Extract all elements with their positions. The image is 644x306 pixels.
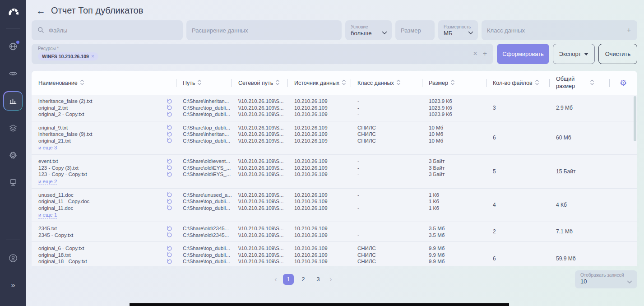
history-icon[interactable] [167, 138, 172, 144]
cell-total-size: 59.9 Мб [549, 245, 609, 266]
column-header-count[interactable]: Кол-во файлов [486, 79, 549, 87]
history-icon[interactable] [167, 252, 172, 259]
history-icon[interactable] [167, 171, 172, 178]
more-files-link[interactable]: и еще 2 [38, 179, 57, 185]
table-scrollbar[interactable] [634, 96, 636, 141]
net-path-value: \\10.210.26.109\S... [238, 131, 287, 138]
cell-actions [609, 125, 637, 152]
class-value: - [357, 198, 422, 205]
sidebar-item-settings[interactable] [5, 147, 21, 163]
sort-icon[interactable] [397, 79, 400, 87]
clear-button[interactable]: Очистить [598, 44, 637, 64]
sidebar-item-layers[interactable] [5, 120, 21, 136]
column-header-class[interactable]: Класс данных [351, 79, 422, 87]
sort-icon[interactable] [342, 79, 346, 87]
chip-remove-icon[interactable]: × [91, 53, 94, 60]
source-value: 10.210.26.109 [294, 158, 351, 165]
history-icon[interactable] [167, 198, 172, 205]
history-icon[interactable] [167, 158, 172, 165]
extension-field [186, 20, 342, 40]
cell-total-size: 60 Мб [549, 125, 609, 152]
sidebar-divider [6, 28, 20, 28]
table-row[interactable]: event.txt123 - Copy (3).txt123 - Copy - … [32, 154, 637, 188]
generate-button[interactable]: Сформировать [497, 44, 549, 64]
files-search-input[interactable] [32, 20, 183, 40]
more-files-link[interactable]: и еще 1 [38, 212, 57, 218]
history-icon[interactable] [167, 131, 172, 138]
cell-paths: C:\Share\inheritan...C:\Share\top_dubli.… [176, 98, 232, 118]
cell-sources: 10.210.26.10910.210.26.10910.210.26.109 [287, 125, 351, 152]
add-resource-icon[interactable]: + [483, 50, 487, 57]
eye-icon [9, 69, 18, 78]
sidebar-item-profile[interactable] [5, 250, 21, 266]
path-value: C:\Share\top_dubli... [183, 105, 232, 111]
column-settings-gear-icon[interactable]: ⚙ [620, 78, 627, 88]
sort-icon[interactable] [276, 79, 279, 87]
sidebar-item-globe[interactable] [5, 38, 21, 55]
sort-icon[interactable] [590, 79, 594, 87]
table-row[interactable]: inheritance_false (2).txtoriginal_2.txto… [32, 95, 637, 121]
plus-icon[interactable]: + [627, 27, 631, 34]
column-header-path[interactable]: Путь [176, 79, 232, 87]
app-logo[interactable] [6, 4, 20, 22]
history-icon[interactable] [167, 258, 172, 265]
table-row[interactable]: original_9.txtinheritance_false (9).txto… [32, 121, 637, 155]
unit-dropdown[interactable]: Размерность МБ [438, 20, 478, 40]
net-path-value: \\10.210.26.109\S... [238, 111, 287, 118]
sidebar-item-reports-active[interactable] [3, 91, 23, 111]
size-value: 3 Байт [429, 158, 486, 165]
path-value: C:\Share\old\2345... [183, 232, 232, 239]
clear-resources-icon[interactable]: × [473, 50, 477, 57]
table-row[interactable]: original_6 - Copy.txtoriginal_18.txtorig… [32, 241, 637, 266]
history-icon[interactable] [167, 232, 172, 239]
history-icon[interactable] [167, 205, 172, 212]
sort-icon[interactable] [451, 79, 454, 87]
column-header-total[interactable]: Общий размер [549, 76, 609, 90]
data-class-input[interactable] [482, 20, 637, 40]
size-input[interactable] [395, 20, 435, 40]
more-files-link[interactable]: и еще 3 [38, 266, 57, 266]
history-icon[interactable] [167, 125, 172, 131]
more-files-link[interactable]: и еще 3 [38, 145, 57, 151]
history-icon[interactable] [167, 245, 172, 252]
history-icon[interactable] [167, 111, 172, 118]
per-page-dropdown[interactable]: Отображать записей 10 [575, 270, 637, 288]
sidebar-item-monitoring[interactable] [5, 65, 21, 82]
logo-icon [6, 6, 20, 19]
resource-chip[interactable]: WINFS 10.210.26.109 × [38, 52, 98, 60]
column-header-size[interactable]: Размер [422, 79, 486, 87]
source-value: 10.210.26.109 [294, 131, 351, 138]
pagination-next[interactable]: › [328, 275, 334, 284]
net-path-value: \\10.210.26.109\S... [238, 105, 287, 111]
file-name: original_2 - Copy.txt [38, 111, 162, 118]
class-value: - [357, 205, 422, 212]
condition-dropdown[interactable]: Условие больше [345, 20, 392, 40]
sort-icon[interactable] [198, 79, 201, 87]
cell-paths: C:\Share\top_dubli...C:\Share\inheritan.… [176, 125, 232, 152]
extension-input[interactable] [186, 20, 342, 40]
history-icon[interactable] [167, 225, 172, 232]
pagination-page-2[interactable]: 2 [298, 274, 309, 285]
history-icon[interactable] [167, 105, 172, 111]
cell-net-paths: \\10.210.26.109\S...\\10.210.26.109\S...… [232, 98, 287, 118]
column-header-source[interactable]: Источник данных [287, 79, 351, 87]
sort-icon[interactable] [80, 79, 84, 87]
pagination-prev[interactable]: ‹ [273, 275, 279, 284]
history-icon[interactable] [167, 192, 172, 199]
sort-icon[interactable] [535, 79, 539, 87]
history-icon[interactable] [167, 98, 172, 105]
pagination-page-3[interactable]: 3 [313, 274, 324, 285]
sidebar-expand-button[interactable]: » [5, 277, 21, 293]
column-header-net[interactable]: Сетевой путь [232, 79, 287, 87]
export-button[interactable]: Экспорт [553, 44, 595, 64]
pagination-page-1[interactable]: 1 [283, 274, 294, 285]
column-label-name: Наименование [38, 80, 78, 86]
cell-history [162, 98, 176, 118]
table-row[interactable]: unused_11.docoriginal_11 - Copy.docorigi… [32, 188, 637, 222]
column-header-name[interactable]: Наименование [32, 79, 176, 87]
history-icon[interactable] [167, 165, 172, 172]
back-button[interactable]: ← [36, 6, 46, 15]
table-row[interactable]: 2345.txt2345 - Copy.txtC:\Share\old\2345… [32, 222, 637, 241]
sidebar-item-devices[interactable] [5, 174, 21, 190]
cell-sizes: 1 Кб1 Кб1 Кб [422, 192, 486, 219]
